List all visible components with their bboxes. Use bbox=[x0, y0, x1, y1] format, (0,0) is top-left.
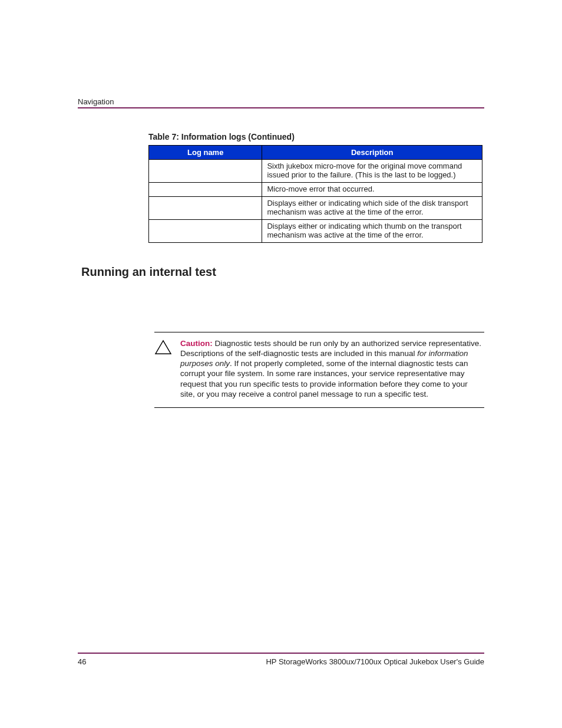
col-description: Description bbox=[262, 146, 482, 160]
header-section: Navigation bbox=[78, 97, 484, 106]
page-footer: 46 HP StorageWorks 3800ux/7100ux Optical… bbox=[78, 653, 484, 666]
table-row: Displays either or indicating which thum… bbox=[149, 219, 482, 242]
footer-rule bbox=[78, 653, 484, 654]
cell-desc: Displays either or indicating which side… bbox=[262, 196, 482, 219]
cell-log bbox=[149, 182, 262, 196]
cell-log bbox=[149, 219, 262, 242]
caution-triangle-icon bbox=[154, 340, 172, 355]
svg-marker-0 bbox=[156, 340, 171, 353]
page-number: 46 bbox=[78, 657, 86, 666]
caution-text: Caution: Diagnostic tests should be run … bbox=[180, 338, 484, 400]
cell-desc: Displays either or indicating which thum… bbox=[262, 219, 482, 242]
cell-log bbox=[149, 160, 262, 183]
table-row: Micro-move error that occurred. bbox=[149, 182, 482, 196]
table-caption: Table 7: Information logs (Continued) bbox=[148, 132, 484, 141]
info-logs-table: Log name Description Sixth jukebox micro… bbox=[148, 145, 482, 243]
cell-log bbox=[149, 196, 262, 219]
table-row: Sixth jukebox micro-move for the origina… bbox=[149, 160, 482, 183]
cell-desc: Sixth jukebox micro-move for the origina… bbox=[262, 160, 482, 183]
cell-desc: Micro-move error that occurred. bbox=[262, 182, 482, 196]
section-heading: Running an internal test bbox=[81, 265, 484, 279]
col-log-name: Log name bbox=[149, 146, 262, 160]
caution-block: Caution: Diagnostic tests should be run … bbox=[154, 332, 484, 409]
caution-label: Caution: bbox=[180, 339, 213, 348]
header-rule bbox=[78, 107, 484, 108]
table-row: Displays either or indicating which side… bbox=[149, 196, 482, 219]
footer-title: HP StorageWorks 3800ux/7100ux Optical Ju… bbox=[266, 657, 484, 666]
caution-bottom-rule bbox=[154, 407, 484, 408]
